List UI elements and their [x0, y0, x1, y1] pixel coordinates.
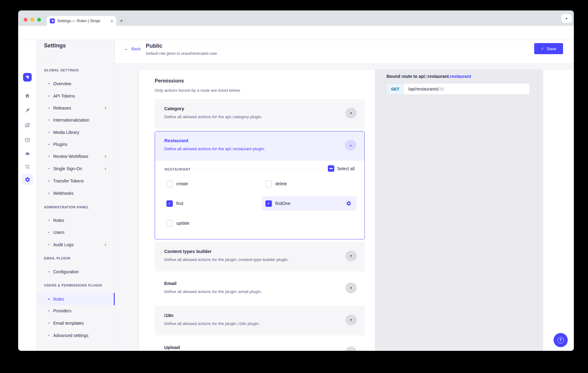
sidebar-item-webhooks[interactable]: Webhooks [37, 187, 115, 199]
chevron-down-icon[interactable]: ▼ [345, 347, 357, 351]
sidebar-item-internationalization[interactable]: Internationalization [37, 114, 115, 126]
sidebar-item-overview[interactable]: Overview [37, 78, 115, 90]
question-mark-icon: ? [558, 337, 564, 343]
sidebar-item-providers[interactable]: Providers [37, 305, 115, 317]
accordion-email[interactable]: Email Define all allowed actions for the… [155, 274, 365, 303]
chevron-up-icon[interactable]: ▲ [345, 140, 356, 150]
nav-section-users-permissions-plugin: USERS & PERMISSIONS PLUGIN [44, 283, 102, 287]
media-library-icon[interactable] [24, 122, 30, 128]
restaurant-group-label: RESTAURANT [165, 167, 191, 171]
deploy-cloud-icon[interactable] [24, 150, 30, 156]
back-arrow-icon: ← [124, 46, 129, 51]
checkbox-find[interactable]: ✓ find [166, 200, 183, 207]
page-subtitle: Default role given to unauthenticated us… [146, 51, 218, 56]
save-button[interactable]: ✓ Save [534, 43, 563, 54]
browser-tab[interactable]: Settings — Roles | Strapi × [47, 16, 116, 26]
sidebar-item-plugins[interactable]: Plugins [37, 138, 115, 150]
accordion-i18n[interactable]: i18n Define all allowed actions for the … [155, 306, 365, 335]
route-settings-gear-icon[interactable] [346, 201, 352, 206]
premium-bolt-icon [103, 243, 107, 247]
page-title: Public [146, 43, 162, 49]
check-icon: ✓ [541, 46, 544, 51]
chevron-down-icon[interactable]: ▼ [345, 108, 357, 118]
marketplace-cart-icon[interactable] [24, 163, 30, 170]
checkbox-findone-selected-row[interactable]: ✓ findOne [262, 196, 357, 211]
sidebar-divider [22, 88, 33, 88]
tab-title: Settings — Roles | Strapi [57, 19, 109, 23]
sidebar-item-review-workflows[interactable]: Review Workflows [37, 150, 115, 162]
bound-route-title: Bound route to api::restaurant.restauran… [387, 74, 471, 79]
permissions-title: Permissions [155, 78, 184, 84]
sidebar-item-admin-roles[interactable]: Roles [37, 214, 115, 227]
sidebar-item-releases[interactable]: Releases [37, 102, 115, 114]
help-button[interactable]: ? [554, 333, 568, 347]
chevron-down-icon[interactable]: ▼ [345, 315, 357, 325]
bound-route-panel [375, 70, 543, 351]
accordion-restaurant-expanded: Restaurant Define all allowed actions fo… [155, 131, 365, 239]
settings-gear-icon[interactable] [22, 174, 33, 185]
checkbox-unchecked-icon[interactable] [166, 181, 173, 187]
sidebar-item-transfer-tokens[interactable]: Transfer Tokens [37, 175, 115, 187]
strapi-favicon-icon [50, 18, 55, 23]
sidebar-item-up-roles[interactable]: Roles [37, 293, 115, 305]
close-window-button[interactable] [24, 18, 27, 22]
select-all-checkbox[interactable]: Select all [328, 165, 355, 172]
chevron-down-icon[interactable]: ▼ [345, 251, 357, 261]
home-icon[interactable] [24, 93, 30, 99]
close-tab-icon[interactable]: × [110, 18, 113, 24]
settings-title-divider [44, 59, 52, 59]
nav-section-email-plugin: EMAIL PLUGIN [44, 256, 70, 260]
checkbox-unchecked-icon[interactable] [166, 220, 173, 227]
sidebar-item-configuration[interactable]: Configuration [37, 266, 115, 278]
premium-bolt-icon [103, 154, 107, 158]
sidebar-item-media-library[interactable]: Media Library [37, 126, 115, 138]
minimize-window-button[interactable] [30, 18, 34, 22]
accordion-category[interactable]: Category Define all allowed actions for … [155, 99, 365, 129]
checkbox-checked-icon[interactable]: ✓ [166, 200, 173, 207]
browser-window: Settings — Roles | Strapi × + ▾ ← → ⟳ ⓘ … [18, 10, 574, 351]
accordion-upload[interactable]: Upload ▼ [155, 338, 365, 351]
tab-overflow-button[interactable]: ▾ [561, 14, 572, 23]
checkbox-create[interactable]: create [166, 180, 188, 187]
sidebar-item-email-templates[interactable]: Email templates [37, 317, 115, 329]
accordion-restaurant-header[interactable]: Restaurant Define all allowed actions fo… [155, 131, 364, 161]
tab-strip: Settings — Roles | Strapi × + ▾ [18, 10, 574, 26]
browser-toolbar: ← → ⟳ ⓘ localhost:1337/admin/settings/us… [18, 26, 574, 40]
nav-section-global-settings: GLOBAL SETTINGS [44, 68, 79, 72]
checkbox-update[interactable]: update [166, 220, 189, 227]
main-nav-sidebar: KD [18, 40, 37, 351]
premium-bolt-icon [103, 167, 107, 171]
route-path[interactable]: /api/restaurants/:id [404, 83, 443, 94]
content-type-builder-icon[interactable] [24, 137, 30, 143]
sidebar-item-single-sign-on[interactable]: Single Sign-On [37, 162, 115, 175]
sidebar-item-users[interactable]: Users [37, 226, 115, 239]
indeterminate-checkbox-icon[interactable] [328, 165, 334, 172]
http-method-badge: GET [387, 83, 404, 94]
bound-route-field[interactable]: GET /api/restaurants/:id [387, 83, 530, 95]
strapi-logo[interactable] [23, 73, 32, 82]
group-divider [193, 169, 320, 170]
sidebar-item-advanced-settings[interactable]: Advanced settings [37, 329, 115, 342]
checkbox-delete[interactable]: delete [265, 180, 287, 187]
nav-section-administration-panel: ADMINISTRATION PANEL [44, 205, 89, 209]
checkbox-findone[interactable]: ✓ findOne [265, 200, 290, 207]
new-tab-button[interactable]: + [120, 17, 123, 25]
settings-sidebar-title: Settings [44, 42, 66, 49]
premium-bolt-icon [103, 106, 107, 110]
permissions-subtitle: Only actions bound by a route are listed… [155, 88, 241, 93]
sidebar-item-audit-logs[interactable]: Audit Logs [37, 239, 115, 251]
content-manager-feather-icon[interactable] [24, 107, 30, 114]
checkbox-checked-icon[interactable]: ✓ [265, 200, 272, 207]
maximize-window-button[interactable] [37, 18, 41, 22]
sidebar-item-api-tokens[interactable]: API Tokens [37, 90, 115, 102]
chevron-down-icon[interactable]: ▼ [345, 283, 357, 293]
checkbox-unchecked-icon[interactable] [265, 181, 272, 187]
accordion-content-types-builder[interactable]: Content types builder Define all allowed… [155, 242, 365, 271]
back-link[interactable]: ← Back [124, 46, 141, 51]
